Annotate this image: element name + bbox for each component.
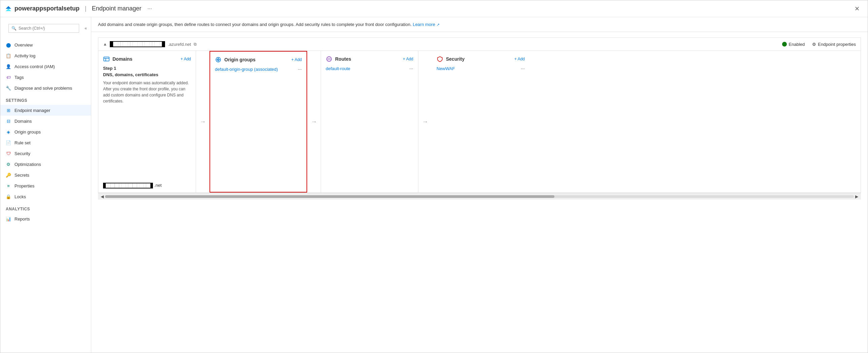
arrow-connector-3: →	[418, 118, 432, 125]
sidebar-item-label: Locks	[14, 194, 26, 199]
sidebar-item-optimizations[interactable]: ⚙ Optimizations	[0, 159, 91, 170]
sidebar-item-label: Properties	[14, 183, 34, 188]
sidebar-item-diagnose[interactable]: 🔧 Diagnose and solve problems	[0, 83, 91, 93]
scroll-left-button[interactable]: ◀	[99, 194, 105, 199]
info-text: Add domains and create origin groups, th…	[98, 22, 412, 27]
domain-footer: ████████████████████ .net	[103, 122, 191, 188]
security-more-options[interactable]: ···	[521, 66, 525, 71]
sidebar-item-label: Reports	[14, 216, 30, 222]
sidebar-item-label: Overview	[14, 42, 33, 48]
title-more-options[interactable]: ···	[148, 6, 152, 12]
sidebar-item-reports[interactable]: 📊 Reports	[0, 213, 91, 224]
endpoint-name-masked: ████████████████████	[110, 41, 165, 47]
endpoint-manager-icon: ⊞	[6, 108, 11, 113]
sidebar-item-label: Activity log	[14, 53, 35, 58]
status-label: Enabled	[789, 42, 805, 47]
route-link[interactable]: default-route	[326, 66, 350, 71]
origin-group-more-options[interactable]: ···	[298, 66, 302, 72]
domains-add-button[interactable]: + Add	[181, 57, 191, 61]
sidebar-item-label: Tags	[14, 75, 24, 80]
sidebar-item-label: Security	[14, 151, 30, 156]
security-add-button[interactable]: + Add	[514, 57, 525, 61]
routes-col-icon	[326, 56, 333, 62]
resource-name: powerappsportalsetup	[14, 5, 80, 12]
sidebar-item-overview[interactable]: ⬤ Overview	[0, 39, 91, 50]
sidebar-item-origin-groups[interactable]: ◈ Origin groups	[0, 126, 91, 137]
search-box[interactable]: 🔍	[8, 24, 79, 33]
sidebar-item-label: Domains	[14, 119, 32, 124]
settings-icon: ⚙	[812, 42, 816, 47]
endpoint-header: ▲ ████████████████████ .azurefd.net ⧉ En…	[98, 37, 861, 51]
routes-add-button[interactable]: + Add	[403, 57, 413, 61]
sidebar-item-properties[interactable]: ≡ Properties	[0, 180, 91, 191]
settings-section-header: Settings	[0, 93, 91, 105]
sidebar-item-secrets[interactable]: 🔑 Secrets	[0, 170, 91, 180]
scrollbar-thumb[interactable]	[105, 195, 554, 198]
origin-groups-add-button[interactable]: + Add	[291, 57, 302, 62]
endpoint-properties-button[interactable]: ⚙ Endpoint properties	[812, 42, 856, 47]
reports-icon: 📊	[6, 216, 11, 222]
analytics-section-header: Analytics	[0, 202, 91, 213]
step-card: Step 1 DNS, domains, certificates Your e…	[103, 66, 191, 104]
info-bar: Add domains and create origin groups, th…	[91, 17, 868, 32]
scroll-right-button[interactable]: ▶	[854, 194, 860, 199]
learn-more-link[interactable]: Learn more	[413, 22, 435, 27]
overview-icon: ⬤	[6, 42, 11, 48]
origin-groups-column: Origin groups + Add default-origin-group…	[210, 51, 307, 193]
domains-col-icon	[103, 56, 110, 62]
close-button[interactable]: ✕	[852, 4, 862, 14]
routes-col-title: Routes	[335, 56, 400, 62]
sidebar-item-locks[interactable]: 🔒 Locks	[0, 191, 91, 202]
svg-point-7	[327, 57, 332, 61]
locks-icon: 🔒	[6, 194, 11, 199]
endpoint-domain: .azurefd.net	[168, 42, 191, 47]
origin-groups-icon: ◈	[6, 129, 11, 135]
domains-col-title: Domains	[113, 56, 178, 62]
page-title: Endpoint manager	[92, 5, 142, 12]
search-input[interactable]	[19, 26, 76, 31]
collapse-endpoint-button[interactable]: ▲	[103, 42, 107, 47]
copy-icon[interactable]: ⧉	[194, 42, 197, 47]
sidebar-item-security[interactable]: 🛡 Security	[0, 148, 91, 159]
sidebar-item-label: Secrets	[14, 173, 29, 178]
origin-group-link[interactable]: default-origin-group (associated)	[215, 67, 278, 72]
domain-footer-masked: ████████████████████	[103, 183, 153, 188]
title-separator: |	[85, 5, 87, 12]
sidebar-item-rule-set[interactable]: 📄 Rule set	[0, 137, 91, 148]
sidebar: 🔍 « ⬤ Overview 📋 Activity log 👤 Access c…	[0, 17, 91, 353]
step-description: Your endpoint domain was automatically a…	[103, 80, 191, 104]
security-link[interactable]: NewWAF	[436, 66, 455, 71]
routes-col-header: Routes + Add	[326, 56, 413, 62]
diagnose-icon: 🔧	[6, 85, 11, 91]
security-column: Security + Add NewWAF ···	[432, 51, 529, 193]
optimizations-icon: ⚙	[6, 161, 11, 167]
columns-container: Domains + Add Step 1 DNS, domains, certi…	[98, 51, 861, 193]
sidebar-item-endpoint-manager[interactable]: ⊞ Endpoint manager	[0, 105, 91, 116]
collapse-sidebar-button[interactable]: «	[85, 26, 87, 31]
status-dot	[782, 42, 787, 47]
origin-groups-col-header: Origin groups + Add	[215, 56, 302, 63]
domains-icon: ⊟	[6, 118, 11, 124]
arrow-connector-1: →	[196, 118, 210, 125]
domains-column: Domains + Add Step 1 DNS, domains, certi…	[98, 51, 196, 193]
access-control-icon: 👤	[6, 64, 11, 69]
endpoint-properties-label: Endpoint properties	[818, 42, 856, 47]
azure-logo	[6, 6, 11, 11]
scrollbar-track[interactable]	[105, 195, 854, 198]
route-more-options[interactable]: ···	[409, 66, 413, 71]
sidebar-item-label: Optimizations	[14, 162, 41, 167]
sidebar-item-label: Endpoint manager	[14, 108, 50, 113]
endpoint-area: ▲ ████████████████████ .azurefd.net ⧉ En…	[91, 32, 868, 353]
horizontal-scrollbar[interactable]: ◀ ▶	[98, 193, 861, 200]
origin-groups-col-icon	[215, 56, 222, 63]
step-number: Step 1	[103, 66, 191, 71]
sidebar-item-domains[interactable]: ⊟ Domains	[0, 116, 91, 126]
sidebar-item-label: Origin groups	[14, 129, 41, 135]
sidebar-item-access-control[interactable]: 👤 Access control (IAM)	[0, 61, 91, 72]
security-col-icon	[436, 56, 443, 62]
sidebar-item-tags[interactable]: 🏷 Tags	[0, 72, 91, 83]
step-title: DNS, domains, certificates	[103, 72, 191, 77]
sidebar-item-activity-log[interactable]: 📋 Activity log	[0, 50, 91, 61]
main-content: Add domains and create origin groups, th…	[91, 17, 868, 353]
endpoint-status: Enabled ⚙ Endpoint properties	[782, 42, 856, 47]
